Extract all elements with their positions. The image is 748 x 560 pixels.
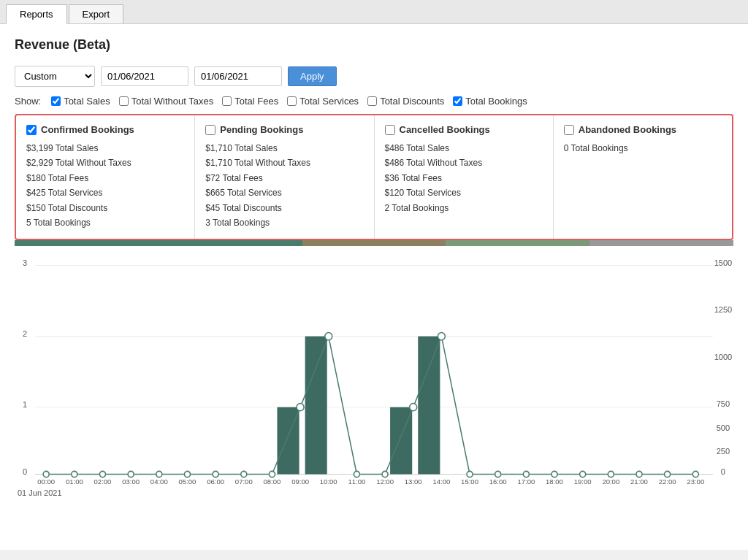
svg-text:18:00: 18:00 bbox=[546, 477, 563, 486]
pending-bookings-checkbox[interactable] bbox=[205, 125, 215, 135]
svg-text:04:00: 04:00 bbox=[150, 477, 168, 486]
svg-text:16:00: 16:00 bbox=[489, 477, 507, 486]
svg-point-28 bbox=[241, 472, 247, 477]
confirmed-bookings-card: Confirmed Bookings $3,199 Total Sales $2… bbox=[16, 115, 195, 239]
cancelled-bookings-title: Cancelled Bookings bbox=[385, 124, 543, 135]
svg-point-26 bbox=[184, 472, 190, 477]
svg-point-43 bbox=[665, 472, 671, 477]
svg-text:06:00: 06:00 bbox=[207, 477, 224, 486]
filter-row: Custom Today This Week This Month Last M… bbox=[15, 66, 733, 87]
date-to-input[interactable] bbox=[194, 66, 282, 86]
pending-bookings-card: Pending Bookings $1,710 Total Sales $1,7… bbox=[195, 115, 374, 239]
svg-point-35 bbox=[438, 333, 445, 340]
svg-point-32 bbox=[354, 472, 359, 477]
confirmed-stats: $3,199 Total Sales $2,929 Total Without … bbox=[26, 141, 184, 230]
svg-text:0: 0 bbox=[721, 467, 725, 476]
svg-point-41 bbox=[608, 472, 614, 477]
abandoned-stats: 0 Total Bookings bbox=[564, 141, 722, 156]
svg-point-42 bbox=[636, 472, 642, 477]
svg-point-33 bbox=[382, 472, 388, 477]
cancelled-bookings-checkbox[interactable] bbox=[385, 125, 395, 135]
svg-text:05:00: 05:00 bbox=[179, 477, 196, 486]
tab-reports[interactable]: Reports bbox=[6, 4, 67, 24]
chart-date-label: 01 Jun 2021 bbox=[15, 488, 733, 497]
confirmed-bookings-title: Confirmed Bookings bbox=[26, 124, 184, 135]
svg-text:00:00: 00:00 bbox=[37, 477, 55, 486]
svg-text:250: 250 bbox=[717, 447, 730, 456]
svg-text:15:00: 15:00 bbox=[461, 477, 478, 486]
abandoned-bookings-title: Abandoned Bookings bbox=[564, 124, 722, 135]
svg-text:3: 3 bbox=[23, 258, 27, 267]
show-total-without-taxes[interactable]: Total Without Taxes bbox=[119, 96, 213, 107]
svg-text:01:00: 01:00 bbox=[66, 477, 83, 486]
show-total-fees[interactable]: Total Fees bbox=[222, 96, 278, 107]
svg-point-36 bbox=[467, 472, 473, 477]
svg-text:10:00: 10:00 bbox=[320, 477, 337, 486]
svg-point-44 bbox=[692, 472, 698, 477]
svg-text:19:00: 19:00 bbox=[574, 477, 592, 486]
date-from-input[interactable] bbox=[101, 66, 188, 86]
cancelled-bookings-card: Cancelled Bookings $486 Total Sales $486… bbox=[375, 115, 554, 239]
svg-text:0: 0 bbox=[23, 467, 27, 476]
svg-text:08:00: 08:00 bbox=[264, 477, 281, 486]
chart-svg: 3 2 1 0 1500 1250 1000 750 500 250 0 bbox=[15, 252, 733, 486]
show-label: Show: bbox=[15, 96, 41, 107]
svg-text:17:00: 17:00 bbox=[517, 477, 535, 486]
abandoned-bookings-card: Abandoned Bookings 0 Total Bookings bbox=[554, 115, 732, 239]
svg-text:11:00: 11:00 bbox=[348, 477, 365, 486]
svg-text:22:00: 22:00 bbox=[659, 477, 676, 486]
svg-text:2: 2 bbox=[23, 329, 27, 338]
main-content: Revenue (Beta) Custom Today This Week Th… bbox=[0, 24, 748, 550]
top-tabs-bar: Reports Export bbox=[0, 0, 748, 24]
svg-rect-18 bbox=[305, 337, 327, 475]
svg-point-37 bbox=[495, 472, 501, 477]
show-total-services[interactable]: Total Services bbox=[287, 96, 359, 107]
apply-button[interactable]: Apply bbox=[288, 66, 337, 86]
show-total-discounts[interactable]: Total Discounts bbox=[367, 96, 444, 107]
confirmed-bookings-checkbox[interactable] bbox=[26, 125, 37, 135]
period-dropdown[interactable]: Custom Today This Week This Month Last M… bbox=[15, 66, 95, 87]
svg-point-23 bbox=[99, 472, 105, 477]
show-total-sales[interactable]: Total Sales bbox=[51, 96, 110, 107]
chart-color-strip bbox=[15, 240, 733, 246]
svg-text:500: 500 bbox=[717, 423, 730, 432]
svg-rect-20 bbox=[418, 337, 440, 475]
svg-text:1500: 1500 bbox=[714, 258, 733, 267]
svg-text:1000: 1000 bbox=[714, 353, 733, 361]
svg-text:21:00: 21:00 bbox=[630, 477, 648, 486]
svg-text:1: 1 bbox=[23, 400, 27, 409]
tab-export[interactable]: Export bbox=[69, 4, 124, 23]
svg-point-31 bbox=[325, 333, 332, 340]
svg-text:20:00: 20:00 bbox=[602, 477, 619, 486]
svg-text:09:00: 09:00 bbox=[291, 477, 309, 486]
svg-point-22 bbox=[72, 472, 77, 477]
svg-text:14:00: 14:00 bbox=[432, 477, 450, 486]
svg-point-29 bbox=[269, 472, 275, 477]
svg-text:23:00: 23:00 bbox=[687, 477, 704, 486]
show-options-row: Show: Total Sales Total Without Taxes To… bbox=[15, 96, 733, 107]
chart-container: 3 2 1 0 1500 1250 1000 750 500 250 0 bbox=[15, 252, 733, 486]
svg-text:03:00: 03:00 bbox=[122, 477, 140, 486]
svg-point-34 bbox=[410, 404, 417, 411]
pending-stats: $1,710 Total Sales $1,710 Total Without … bbox=[205, 141, 363, 230]
svg-point-30 bbox=[297, 404, 304, 411]
page-title: Revenue (Beta) bbox=[15, 37, 733, 53]
svg-point-38 bbox=[523, 472, 529, 477]
svg-text:1250: 1250 bbox=[714, 305, 733, 314]
booking-cards-container: Confirmed Bookings $3,199 Total Sales $2… bbox=[15, 114, 733, 240]
svg-text:12:00: 12:00 bbox=[376, 477, 394, 486]
svg-point-24 bbox=[128, 472, 134, 477]
svg-text:750: 750 bbox=[717, 399, 730, 408]
svg-text:07:00: 07:00 bbox=[235, 477, 253, 486]
svg-point-40 bbox=[580, 472, 586, 477]
cancelled-stats: $486 Total Sales $486 Total Without Taxe… bbox=[385, 141, 543, 215]
show-total-bookings[interactable]: Total Bookings bbox=[453, 96, 527, 107]
svg-point-25 bbox=[156, 472, 162, 477]
pending-bookings-title: Pending Bookings bbox=[205, 124, 363, 135]
svg-point-21 bbox=[43, 472, 49, 477]
svg-rect-0 bbox=[15, 252, 733, 486]
svg-text:13:00: 13:00 bbox=[405, 477, 422, 486]
svg-text:02:00: 02:00 bbox=[94, 477, 112, 486]
abandoned-bookings-checkbox[interactable] bbox=[564, 125, 574, 135]
svg-point-39 bbox=[552, 472, 557, 477]
